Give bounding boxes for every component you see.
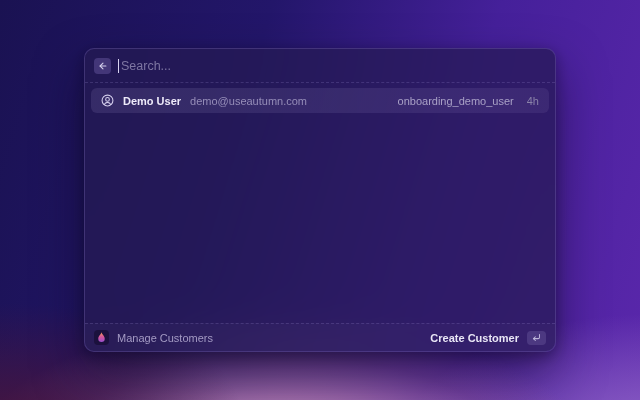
footer-bar: Manage Customers Create Customer: [85, 323, 555, 351]
enter-return-icon: [532, 333, 541, 342]
footer-context-label: Manage Customers: [117, 332, 213, 344]
text-cursor: [118, 59, 119, 73]
customer-row[interactable]: Demo User demo@useautumn.com onboarding_…: [91, 88, 549, 113]
user-circle-icon: [101, 94, 114, 107]
flame-icon: [94, 330, 109, 345]
customer-email: demo@useautumn.com: [190, 95, 307, 107]
search-input-wrap: [118, 49, 546, 82]
customer-search-palette: Demo User demo@useautumn.com onboarding_…: [84, 48, 556, 352]
desktop-background: Demo User demo@useautumn.com onboarding_…: [0, 0, 640, 400]
create-customer-button[interactable]: Create Customer: [430, 331, 546, 345]
customer-age: 4h: [527, 95, 539, 107]
create-customer-label: Create Customer: [430, 332, 519, 344]
enter-key-hint: [527, 331, 546, 345]
arrow-left-icon: [98, 61, 108, 71]
search-bar: [85, 49, 555, 83]
customer-id: onboarding_demo_user: [398, 95, 514, 107]
results-list: Demo User demo@useautumn.com onboarding_…: [85, 83, 555, 323]
back-button[interactable]: [94, 58, 111, 74]
search-input[interactable]: [118, 49, 546, 82]
customer-name: Demo User: [123, 95, 181, 107]
